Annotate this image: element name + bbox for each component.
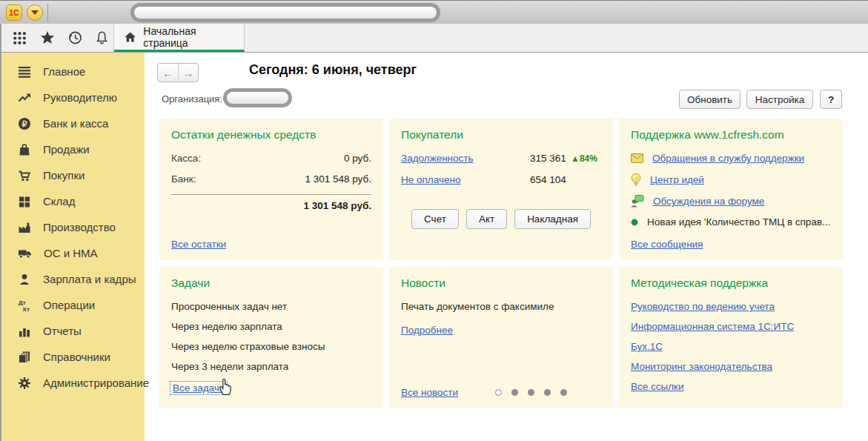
- back-button[interactable]: ←: [158, 64, 178, 82]
- news-details-link[interactable]: Подробнее: [401, 325, 453, 336]
- notifications-button[interactable]: [88, 24, 116, 52]
- panel-title: Задачи: [171, 276, 371, 290]
- panel-title: Методическая поддержка: [631, 276, 831, 290]
- organization-value-redacted[interactable]: [223, 88, 292, 107]
- all-links-link[interactable]: Все ссылки: [631, 381, 684, 392]
- mouse-cursor-hand: [215, 377, 234, 396]
- sidebar-item-label: Производство: [43, 221, 116, 233]
- tab-strip: Начальная страница: [0, 24, 868, 53]
- pager-dot[interactable]: [511, 389, 518, 396]
- all-messages-link[interactable]: Все сообщения: [631, 239, 703, 250]
- waybill-button[interactable]: Накладная: [514, 209, 591, 229]
- cash-row-value: 1 301 548 руб.: [305, 173, 371, 185]
- sidebar-item-fixed-assets[interactable]: ОС и НМА: [1, 240, 145, 266]
- panel-title: Поддержка www.1cfresh.com: [631, 128, 831, 142]
- total-divider: [171, 194, 371, 195]
- cash-row-label: Банк:: [171, 173, 196, 185]
- panel-methodical-support: Методическая поддержка Руководство по ве…: [619, 267, 843, 408]
- pager-dot-active[interactable]: [495, 389, 502, 396]
- panel-title: Остатки денежных средств: [171, 128, 371, 142]
- green-dot-icon: [631, 219, 638, 226]
- favorites-button[interactable]: [33, 24, 61, 52]
- sidebar-item-label: Банк и касса: [43, 117, 108, 130]
- sidebar-item-production[interactable]: Производство: [1, 214, 145, 240]
- books-icon: [18, 351, 31, 364]
- pager-dot[interactable]: [544, 389, 551, 396]
- sidebar-item-operations[interactable]: ДтКт Операции: [1, 292, 145, 318]
- sidebar-item-label: Зарплата и кадры: [43, 273, 136, 285]
- act-button[interactable]: Акт: [466, 209, 507, 229]
- grid-dots-icon: [13, 31, 27, 45]
- history-clock-icon: [67, 30, 82, 45]
- window-title-redacted: [130, 3, 440, 22]
- buh1c-link[interactable]: Бух.1С: [631, 341, 663, 352]
- refresh-button[interactable]: Обновить: [679, 90, 741, 109]
- sidebar-item-reports[interactable]: Отчеты: [1, 318, 145, 344]
- sidebar-item-manager[interactable]: Руководителю: [1, 84, 145, 110]
- tab-label: Начальная страница: [143, 25, 233, 49]
- truck-icon: [18, 247, 32, 260]
- debt-delta-up: ▲84%: [571, 153, 597, 164]
- debt-value: 315 361: [530, 153, 566, 164]
- star-icon: [40, 30, 55, 45]
- svg-text:Кт: Кт: [23, 305, 30, 312]
- main-menu-dropdown-button[interactable]: [27, 4, 43, 21]
- customers-row-debt: Задолженность 315 361 ▲84%: [401, 153, 601, 174]
- sidebar-item-label: Продажи: [43, 143, 90, 156]
- sidebar-item-bank-cash[interactable]: ₽ Банк и касса: [1, 110, 145, 136]
- chevron-down-icon: [31, 10, 39, 15]
- sidebar-item-sales[interactable]: Продажи: [1, 136, 145, 162]
- its-system-link[interactable]: Информационная система 1С:ИТС: [631, 321, 794, 332]
- window-titlebar: 1С: [0, 0, 868, 24]
- page-title-date: Сегодня: 6 июня, четверг: [249, 62, 417, 78]
- customers-row-unpaid: Не оплачено 654 104: [401, 174, 601, 196]
- sidebar-item-label: Склад: [43, 195, 75, 208]
- svg-text:₽: ₽: [22, 119, 27, 128]
- home-icon: [125, 31, 136, 43]
- sidebar-item-main[interactable]: Главное: [1, 59, 145, 84]
- cart-icon: [18, 169, 31, 182]
- new-idea-text: Новая идея 'Количество ТМЦ в справ...: [647, 216, 830, 228]
- unpaid-link[interactable]: Не оплачено: [401, 174, 460, 185]
- support-tickets-link[interactable]: Обращения в службу поддержки: [652, 153, 804, 164]
- factory-icon: [18, 221, 31, 234]
- sidebar-item-label: Операции: [43, 299, 95, 311]
- pager-dot[interactable]: [560, 389, 567, 396]
- sidebar-item-warehouse[interactable]: Склад: [1, 188, 145, 214]
- law-monitoring-link[interactable]: Мониторинг законодательства: [631, 361, 772, 372]
- pager-dot[interactable]: [528, 389, 534, 396]
- bell-icon: [95, 30, 109, 45]
- sidebar-item-purchases[interactable]: Покупки: [1, 162, 145, 188]
- panel-title: Новости: [401, 276, 601, 290]
- news-headline: Печать документов с факсимиле: [401, 301, 601, 312]
- forward-button[interactable]: →: [178, 64, 198, 82]
- sidebar-item-administration[interactable]: Администрирование: [1, 370, 145, 396]
- tab-home-page[interactable]: Начальная страница: [114, 24, 245, 52]
- unpaid-value: 654 104: [530, 174, 566, 185]
- invoice-button[interactable]: Счет: [411, 209, 459, 229]
- lightbulb-icon: [631, 173, 641, 186]
- all-news-link[interactable]: Все новости: [401, 387, 458, 398]
- gear-icon: [18, 377, 31, 390]
- cash-row-value: 0 руб.: [344, 153, 371, 164]
- cash-row-bank: Банк: 1 301 548 руб.: [171, 173, 371, 185]
- sidebar-item-salary-hr[interactable]: Зарплата и кадры: [1, 266, 145, 292]
- help-button[interactable]: ?: [820, 90, 842, 109]
- all-balances-link[interactable]: Все остатки: [171, 239, 226, 250]
- sidebar-item-catalogs[interactable]: Справочники: [1, 344, 145, 370]
- panel-news: Новости Печать документов с факсимиле По…: [389, 267, 613, 408]
- cash-total-value: 1 301 548 руб.: [171, 200, 371, 211]
- accounting-guide-link[interactable]: Руководство по ведению учета: [631, 301, 775, 312]
- sidebar-item-label: Покупки: [43, 169, 85, 182]
- organization-label: Организация:: [162, 93, 222, 105]
- idea-center-link[interactable]: Центр идей: [650, 174, 704, 185]
- settings-button[interactable]: Настройка: [746, 90, 813, 109]
- sidebar-item-label: Администрирование: [43, 377, 149, 389]
- debt-link[interactable]: Задолженность: [401, 153, 474, 164]
- forum-discussions-link[interactable]: Обсуждения на форуме: [653, 196, 764, 207]
- ruble-icon: ₽: [18, 117, 31, 130]
- history-button[interactable]: [61, 24, 88, 52]
- menu-grid-button[interactable]: [6, 24, 33, 52]
- barchart-icon: [18, 325, 31, 338]
- cash-row-label: Касса:: [171, 153, 201, 164]
